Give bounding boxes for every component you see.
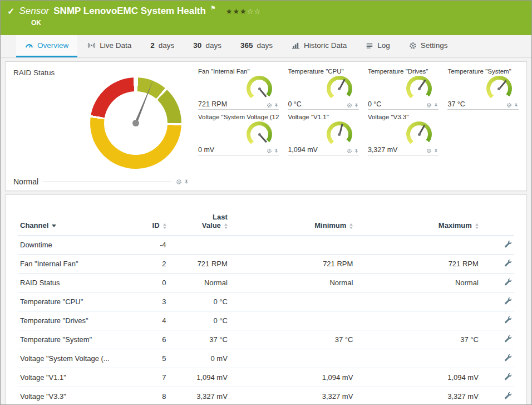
tab-log[interactable]: Log (357, 35, 399, 57)
tab-2-days[interactable]: 2 days (141, 35, 183, 57)
tab-live-data[interactable]: Live Data (78, 35, 140, 57)
gear-icon[interactable] (506, 103, 512, 108)
channel-settings-wrench-icon[interactable] (504, 392, 512, 399)
tab-label-number: 30 (193, 41, 201, 50)
raid-gauge-title: RAID Status (13, 69, 55, 77)
channel-settings-wrench-icon[interactable] (504, 354, 512, 362)
gauge-value: 721 RPM (198, 100, 227, 108)
raid-status-gauge[interactable] (90, 77, 181, 169)
gauge-value: 1,094 mV (288, 146, 318, 154)
table-row: Voltage "V1.1" 7 1,094 mV 1,094 mV 1,094… (18, 368, 514, 387)
pin-icon[interactable] (354, 103, 359, 108)
channel-settings-wrench-icon[interactable] (504, 297, 512, 305)
column-label: Last (213, 213, 228, 221)
overview-gauge-icon (25, 41, 33, 50)
channel-settings-wrench-icon[interactable] (504, 278, 512, 286)
channel-settings-wrench-icon[interactable] (504, 259, 512, 267)
gauge-value: 0 °C (288, 100, 301, 108)
channel-settings-wrench-icon[interactable] (504, 335, 512, 343)
mini-gauge (486, 76, 512, 101)
table-row: Temperature "System" 6 37 °C 37 °C 37 °C (18, 330, 514, 349)
channel-settings-wrench-icon[interactable] (504, 240, 512, 248)
tab-label-number: 2 (150, 41, 155, 50)
cell-minimum: Normal (230, 274, 356, 292)
mini-gauge-hub (338, 87, 341, 90)
cell-maximum: 3,327 mV (355, 387, 481, 405)
empty-grid-cell (447, 113, 519, 155)
cell-minimum (230, 311, 356, 330)
cell-maximum: 1,094 mV (355, 368, 481, 387)
gear-icon[interactable] (176, 179, 182, 185)
gear-icon[interactable] (426, 103, 432, 108)
pin-icon[interactable] (434, 103, 439, 108)
gear-icon[interactable] (267, 103, 272, 108)
mini-gauge-hub (418, 133, 421, 136)
sort-icon (475, 223, 479, 229)
cell-maximum (355, 236, 481, 255)
cell-channel: Fan "Internal Fan" (18, 255, 132, 274)
status-check-icon: ✓ (7, 6, 14, 17)
tab-30-days[interactable]: 30 days (184, 35, 230, 57)
cell-channel: Voltage "V1.1" (18, 368, 132, 387)
pin-icon[interactable] (514, 103, 519, 108)
bar-chart-icon (292, 41, 300, 50)
table-row: Downtime -4 (18, 236, 514, 255)
channel-settings-wrench-icon[interactable] (504, 316, 512, 324)
raid-status-gauge-panel[interactable]: RAID Status Normal (6, 62, 194, 191)
gauge-tile-temp-system[interactable]: Temperature "System" 37 °C (447, 67, 519, 110)
mini-gauge-hub (418, 87, 421, 90)
flag-icon[interactable]: ⚑ (210, 4, 216, 12)
cell-last-value: 3,327 mV (169, 387, 230, 405)
gear-icon[interactable] (267, 148, 272, 154)
column-header-maximum[interactable]: Maximum (355, 209, 481, 236)
gauge-title: Fan "Internal Fan" (198, 67, 279, 75)
column-header-minimum[interactable]: Minimum (230, 209, 356, 236)
priority-stars[interactable]: ★★★☆☆ (226, 7, 261, 16)
stars-filled[interactable]: ★★★ (226, 7, 247, 16)
gear-icon[interactable] (347, 148, 352, 154)
column-header-actions (481, 209, 514, 236)
gauge-tile-volt-v11[interactable]: Voltage "V1.1" 1,094 mV (288, 113, 359, 155)
stars-empty[interactable]: ☆☆ (247, 7, 261, 16)
cell-id: 0 (132, 274, 168, 292)
tab-historic-data[interactable]: Historic Data (283, 35, 356, 57)
gauge-tile-fan[interactable]: Fan "Internal Fan" 721 RPM (198, 67, 279, 110)
table-header-row: Channel ID Last Value Minimum Maximum (18, 209, 514, 236)
column-label: Minimum (314, 221, 346, 230)
pin-icon[interactable] (274, 103, 279, 108)
pin-icon[interactable] (274, 148, 279, 154)
cell-maximum: 721 RPM (355, 255, 481, 274)
tab-365-days[interactable]: 365 days (231, 35, 282, 57)
tab-overview[interactable]: Overview (16, 35, 77, 57)
gauge-tile-temp-drives[interactable]: Temperature "Drives" 0 °C (368, 67, 439, 110)
tab-label-unit: days (257, 41, 273, 50)
mini-gauge (247, 121, 272, 147)
column-header-last-value[interactable]: Last Value (169, 209, 230, 236)
sort-icon (224, 223, 228, 229)
mini-gauges-grid: Fan "Internal Fan" 721 RPM Temperature "… (194, 62, 526, 191)
cell-last-value (169, 236, 230, 255)
cell-id: 7 (132, 368, 168, 387)
tab-label-unit: days (205, 41, 221, 50)
channel-settings-wrench-icon[interactable] (504, 373, 512, 380)
cell-id: -4 (132, 236, 168, 255)
tab-label: Historic Data (304, 41, 347, 50)
pin-icon[interactable] (434, 148, 439, 154)
column-header-id[interactable]: ID (132, 209, 168, 236)
pin-icon[interactable] (354, 148, 359, 154)
column-label: ID (152, 221, 160, 230)
pin-icon[interactable] (184, 179, 189, 185)
gauge-value: 0 °C (368, 100, 381, 108)
gear-icon (409, 42, 417, 50)
column-header-channel[interactable]: Channel (18, 209, 132, 236)
column-label: Maximum (439, 221, 472, 230)
gear-icon[interactable] (426, 148, 432, 154)
gear-icon[interactable] (347, 103, 352, 108)
tab-label-number: 365 (240, 41, 253, 50)
gauge-tile-temp-cpu[interactable]: Temperature "CPU" 0 °C (288, 67, 359, 110)
tab-settings[interactable]: Settings (400, 35, 457, 57)
gauge-tile-volt-system[interactable]: Voltage "System Voltage (12 0 mV (198, 113, 279, 155)
gauge-tile-volt-v33[interactable]: Voltage "V3.3" 3,327 mV (368, 113, 439, 155)
gauge-title: Temperature "Drives" (368, 67, 439, 75)
cell-maximum: 37 °C (355, 330, 481, 349)
